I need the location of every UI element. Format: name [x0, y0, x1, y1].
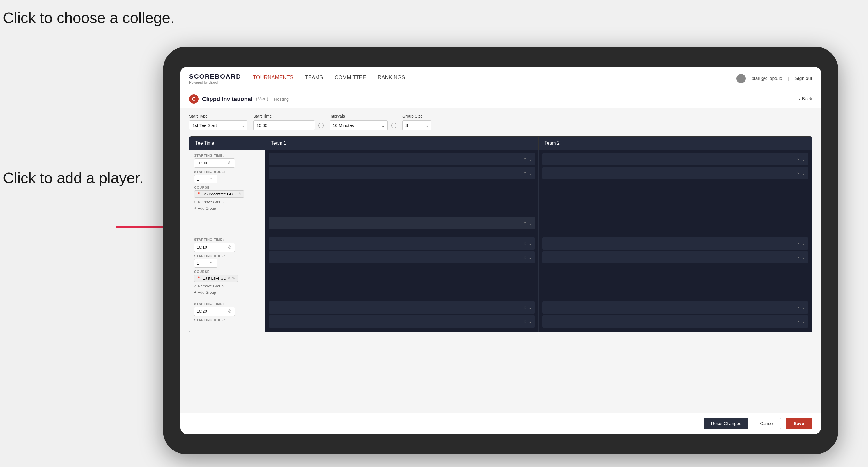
starting-time-input-3[interactable]: 10:20 ⏱: [194, 307, 235, 316]
close-icon[interactable]: ×: [524, 221, 526, 226]
clippd-logo-icon: C: [189, 94, 198, 104]
close-icon[interactable]: ×: [797, 157, 800, 162]
close-icon[interactable]: ×: [797, 319, 800, 324]
add-group-2[interactable]: + Add Group: [194, 290, 260, 294]
player-row[interactable]: × ⌄: [542, 153, 809, 165]
player-row[interactable]: × ⌄: [269, 217, 535, 229]
player-row[interactable]: × ⌄: [542, 315, 809, 328]
edit-icon[interactable]: ⌄: [529, 319, 532, 324]
team2-cell-3: × ⌄ × ⌄: [538, 299, 812, 333]
edit-icon[interactable]: ⌄: [802, 305, 805, 310]
nav-tournaments[interactable]: TOURNAMENTS: [253, 74, 293, 83]
close-icon[interactable]: ×: [524, 171, 526, 176]
player-row[interactable]: × ⌄: [542, 237, 809, 250]
player-row[interactable]: × ⌄: [542, 301, 809, 314]
edit-icon[interactable]: ⌄: [529, 241, 532, 246]
remove-group-1[interactable]: ○ Remove Group: [194, 199, 260, 204]
player-row-actions: × ⌄: [797, 241, 805, 246]
edit-icon[interactable]: ⌄: [802, 171, 805, 176]
player-row[interactable]: × ⌄: [542, 167, 809, 179]
annotation-choose-college: Click to choose a college.: [3, 9, 175, 27]
start-time-group: Start Time i: [253, 114, 324, 130]
edit-icon[interactable]: ⌄: [802, 319, 805, 324]
close-icon[interactable]: ×: [797, 305, 800, 310]
start-type-label: Start Type: [189, 114, 247, 119]
separator: |: [788, 76, 789, 81]
starting-time-input-2[interactable]: 10:10 ⏱: [194, 243, 235, 252]
close-icon[interactable]: ×: [797, 241, 800, 246]
edit-icon[interactable]: ⌄: [802, 255, 805, 260]
group-size-select[interactable]: 3 4 2: [402, 120, 431, 130]
player-row[interactable]: × ⌄: [269, 167, 535, 179]
remove-group-2[interactable]: ○ Remove Group: [194, 284, 260, 288]
player-row[interactable]: × ⌄: [269, 301, 535, 314]
start-time-input[interactable]: [253, 120, 315, 130]
player-row-actions: × ⌄: [797, 157, 805, 162]
intervals-label: Intervals: [330, 114, 397, 119]
edit-icon[interactable]: ⌄: [529, 157, 532, 162]
nav-rankings[interactable]: RANKINGS: [378, 74, 405, 83]
start-time-info-icon: i: [318, 123, 324, 128]
edit-icon[interactable]: ⌄: [529, 171, 532, 176]
start-time-label: Start Time: [253, 114, 324, 119]
back-button[interactable]: ‹ Back: [799, 96, 812, 102]
close-icon[interactable]: ×: [524, 241, 526, 246]
close-icon[interactable]: ×: [524, 157, 526, 162]
scoreboard-logo: SCOREBOARD Powered by clippd: [189, 73, 241, 85]
player-row[interactable]: × ⌄: [269, 315, 535, 328]
course-remove-1[interactable]: ×: [234, 192, 237, 196]
player-row[interactable]: × ⌄: [269, 237, 535, 250]
course-badge-2[interactable]: 📍 East Lake GC × ✎: [194, 275, 238, 282]
col-team1: Team 1: [265, 136, 539, 150]
edit-icon[interactable]: ⌄: [802, 157, 805, 162]
table-row: STARTING TIME: 10:00 ⏱ STARTING HOLE: 1⌃…: [189, 150, 812, 214]
starting-hole-input-2[interactable]: 1⌃⌄: [194, 259, 217, 268]
starting-time-label-1: STARTING TIME:: [194, 154, 260, 157]
course-remove-2[interactable]: ×: [228, 276, 230, 280]
add-group-1[interactable]: + Add Group: [194, 206, 260, 211]
col-team2: Team 2: [538, 136, 812, 150]
edit-icon[interactable]: ⌄: [802, 241, 805, 246]
bottom-bar: Reset Changes Cancel Save: [181, 413, 821, 434]
course-edit-1[interactable]: ✎: [238, 192, 242, 196]
reset-changes-button[interactable]: Reset Changes: [704, 418, 748, 429]
close-icon[interactable]: ×: [524, 319, 526, 324]
player-row-actions: × ⌄: [524, 157, 532, 162]
schedule-table: Tee Time Team 1 Team 2 STARTING TIME: 10…: [189, 136, 812, 333]
player-row[interactable]: × ⌄: [269, 153, 535, 165]
sign-out-link[interactable]: Sign out: [795, 76, 812, 81]
edit-icon[interactable]: ⌄: [529, 305, 532, 310]
starting-time-label-2: STARTING TIME:: [194, 238, 260, 241]
user-email: blair@clippd.io: [751, 76, 782, 81]
player-row[interactable]: × ⌄: [269, 251, 535, 263]
player-row[interactable]: × ⌄: [542, 251, 809, 263]
col-tee-time: Tee Time: [189, 136, 265, 150]
close-icon[interactable]: ×: [524, 255, 526, 260]
nav-committee[interactable]: COMMITTEE: [335, 74, 366, 83]
close-icon[interactable]: ×: [524, 305, 526, 310]
hosting-badge: Hosting: [274, 97, 289, 102]
start-type-select[interactable]: 1st Tee Start Shotgun Start: [189, 120, 247, 130]
nav-teams[interactable]: TEAMS: [305, 74, 323, 83]
course-badge-1[interactable]: 📍 (A) Peachtree GC × ✎: [194, 190, 244, 198]
close-icon[interactable]: ×: [797, 255, 800, 260]
save-button[interactable]: Save: [786, 418, 812, 429]
cancel-button[interactable]: Cancel: [753, 418, 781, 429]
starting-hole-input-1[interactable]: 1⌃⌄: [194, 175, 217, 183]
player-row-actions: × ⌄: [797, 319, 805, 324]
left-panel-1b: [189, 214, 265, 235]
table-row: STARTING TIME: 10:10 ⏱ STARTING HOLE: 1⌃…: [189, 235, 812, 299]
course-edit-2[interactable]: ✎: [232, 276, 235, 280]
close-icon[interactable]: ×: [797, 171, 800, 176]
team2-cell-1: × ⌄ × ⌄: [538, 150, 812, 214]
edit-icon[interactable]: ⌄: [529, 221, 532, 226]
player-row-actions: × ⌄: [524, 221, 532, 226]
sub-header: C Clippd Invitational (Men) Hosting ‹ Ba…: [181, 90, 821, 108]
starting-time-input-1[interactable]: 10:00 ⏱: [194, 158, 235, 168]
left-panel-1: STARTING TIME: 10:00 ⏱ STARTING HOLE: 1⌃…: [189, 150, 265, 214]
intervals-select[interactable]: 10 Minutes 8 Minutes: [330, 120, 388, 130]
content-area: Start Type 1st Tee Start Shotgun Start S…: [181, 108, 821, 413]
edit-icon[interactable]: ⌄: [529, 255, 532, 260]
tournament-title: Clippd Invitational: [202, 96, 252, 102]
table-row: STARTING TIME: 10:20 ⏱ STARTING HOLE: ×: [189, 299, 812, 333]
